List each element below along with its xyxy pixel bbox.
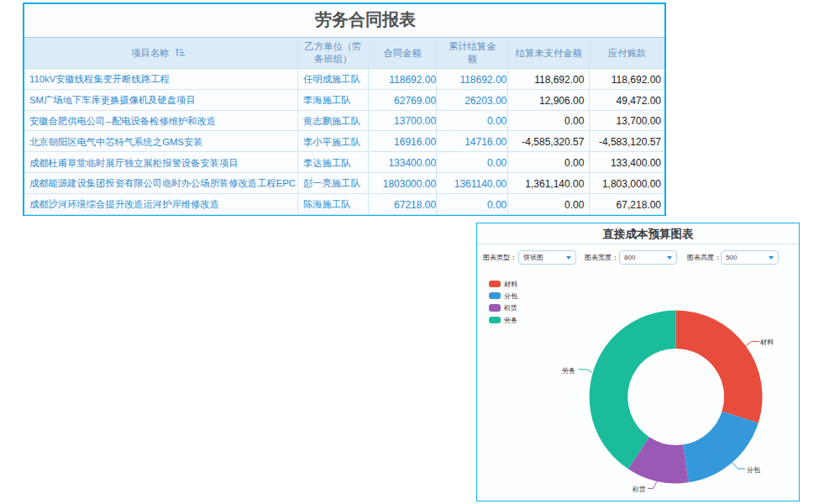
svg-text:材料: 材料 bbox=[759, 339, 774, 346]
svg-text:分包: 分包 bbox=[747, 466, 760, 474]
svg-text:租赁: 租赁 bbox=[632, 486, 646, 493]
svg-text:劳务: 劳务 bbox=[562, 367, 575, 375]
